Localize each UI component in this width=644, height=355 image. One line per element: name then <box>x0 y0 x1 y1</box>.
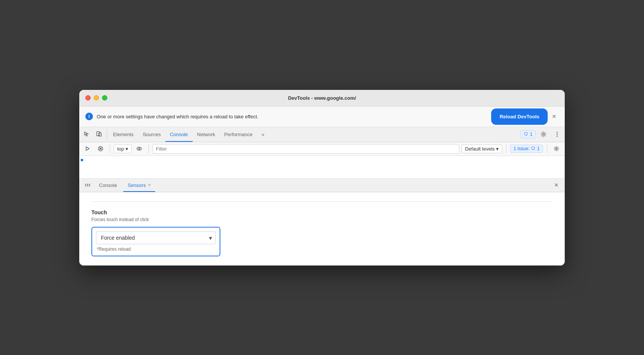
console-issue-badge[interactable]: 1 Issue: 🗨 1 <box>510 145 543 153</box>
section-divider <box>91 201 553 202</box>
main-toolbar: Elements Sources Console Network Perform… <box>79 127 565 142</box>
toolbar-separator-1 <box>107 130 107 139</box>
tab-performance[interactable]: Performance <box>220 127 257 142</box>
maximize-button[interactable] <box>102 95 107 101</box>
notification-bar: i One or more settings have changed whic… <box>79 107 565 127</box>
console-issue-num: 1 <box>537 146 540 151</box>
notification-close-icon[interactable]: × <box>550 112 559 121</box>
svg-point-6 <box>557 136 558 137</box>
sensors-tab-close-icon[interactable]: × <box>148 182 151 188</box>
svg-marker-7 <box>86 147 89 151</box>
touch-section-title: Touch <box>91 209 553 215</box>
touch-section-desc: Forces touch instead of click <box>91 217 553 222</box>
levels-arrow: ▾ <box>496 146 499 152</box>
device-emulation-icon[interactable] <box>93 128 105 140</box>
devtools-body: i One or more settings have changed whic… <box>79 107 565 265</box>
console-toolbar: top ▾ Default levels ▾ 1 Issue: 🗨 1 <box>79 142 565 156</box>
levels-label: Default levels <box>465 146 495 152</box>
tab-network[interactable]: Network <box>193 127 220 142</box>
play-icon[interactable] <box>82 143 93 154</box>
main-tabs: Elements Sources Console Network Perform… <box>108 127 520 142</box>
svg-point-15 <box>85 185 86 187</box>
issue-badge[interactable]: 🗨 1 <box>520 130 536 138</box>
console-content <box>79 156 565 179</box>
context-value: top <box>117 146 124 152</box>
svg-point-19 <box>89 185 90 187</box>
drawer-toolbar: Console Sensors × × <box>79 179 565 192</box>
context-selector[interactable]: top ▾ <box>114 145 132 153</box>
drawer-close-button[interactable]: × <box>551 180 562 190</box>
touch-select-wrapper: None Force enabled Force disabled <box>96 231 216 244</box>
eye-icon[interactable] <box>134 143 145 154</box>
touch-select[interactable]: None Force enabled Force disabled <box>96 231 216 244</box>
console-settings-icon[interactable] <box>551 143 562 154</box>
console-sep4 <box>547 144 547 153</box>
issue-icon: 🗨 <box>524 132 528 137</box>
blue-indicator <box>81 159 83 161</box>
select-element-icon[interactable] <box>81 128 93 140</box>
more-tabs-button[interactable]: » <box>257 127 269 142</box>
window-title: DevTools - www.google.com/ <box>288 95 356 101</box>
levels-selector[interactable]: Default levels ▾ <box>462 145 502 153</box>
context-dropdown-icon: ▾ <box>126 146 128 152</box>
more-options-icon[interactable] <box>551 128 563 140</box>
requires-reload-text: *Requires reload <box>96 247 216 252</box>
console-sep2 <box>148 144 149 153</box>
tab-console[interactable]: Console <box>165 127 193 142</box>
filter-input[interactable] <box>152 144 459 154</box>
svg-point-5 <box>557 134 558 135</box>
svg-point-12 <box>138 148 140 149</box>
reload-devtools-button[interactable]: Reload DevTools <box>493 110 546 123</box>
svg-point-3 <box>543 134 545 135</box>
info-icon: i <box>85 113 93 120</box>
notification-text: One or more settings have changed which … <box>97 114 489 119</box>
svg-point-4 <box>557 132 558 133</box>
console-toolbar-sep <box>110 144 110 153</box>
svg-point-16 <box>87 184 88 185</box>
drawer-more-icon[interactable] <box>82 180 93 190</box>
svg-point-17 <box>87 185 88 187</box>
drawer-tab-sensors[interactable]: Sensors × <box>123 179 156 192</box>
traffic-lights <box>85 95 107 101</box>
settings-icon[interactable] <box>537 128 550 140</box>
drawer-tab-console[interactable]: Console <box>94 179 122 192</box>
svg-point-13 <box>556 148 557 149</box>
tab-sources[interactable]: Sources <box>138 127 165 142</box>
issue-count: 1 <box>530 132 532 137</box>
drawer-console-label: Console <box>99 182 117 188</box>
console-issue-count: 1 Issue: <box>514 146 529 151</box>
sensors-panel: Touch Forces touch instead of click None… <box>79 192 565 265</box>
tab-elements[interactable]: Elements <box>108 127 138 142</box>
svg-point-18 <box>89 184 90 185</box>
svg-point-14 <box>85 184 86 185</box>
titlebar: DevTools - www.google.com/ <box>79 90 565 107</box>
touch-dropdown-container: None Force enabled Force disabled *Requi… <box>91 227 220 256</box>
console-issue-icon: 🗨 <box>531 146 536 151</box>
drawer-sensors-label: Sensors <box>128 182 146 188</box>
console-sep3 <box>506 144 506 153</box>
clear-console-icon[interactable] <box>95 143 106 154</box>
toolbar-right: 🗨 1 <box>520 128 563 140</box>
close-button[interactable] <box>85 95 91 101</box>
devtools-window: DevTools - www.google.com/ i One or more… <box>79 90 565 265</box>
svg-point-11 <box>137 147 141 150</box>
minimize-button[interactable] <box>94 95 99 101</box>
